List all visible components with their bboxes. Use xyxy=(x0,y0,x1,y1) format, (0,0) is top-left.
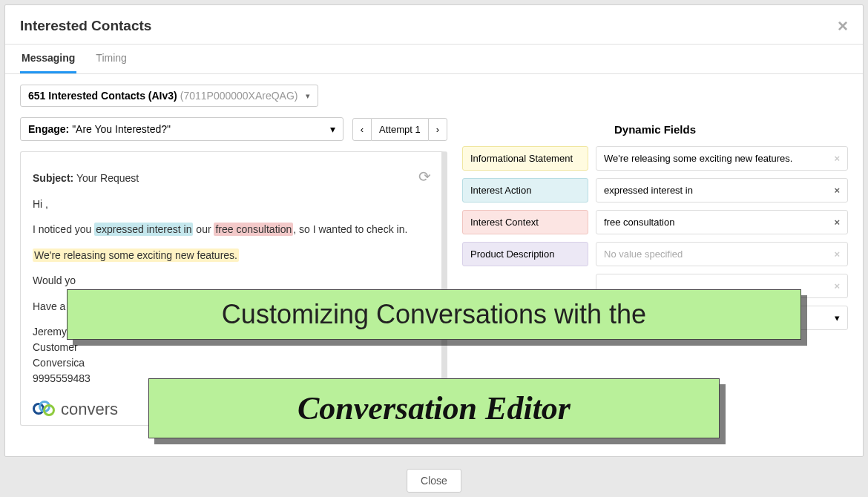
engage-value: "Are You Interested?" xyxy=(72,123,171,135)
email-line1: I noticed you expressed interest in our … xyxy=(33,220,430,240)
dynamic-tag: Product Description xyxy=(462,242,588,266)
overlay-title-1: Customizing Conversations with the xyxy=(67,289,801,340)
attempt-next-button[interactable]: › xyxy=(428,118,447,141)
overlay-title-2: Conversation Editor xyxy=(148,378,720,438)
email-line3: Would yo xyxy=(33,271,430,291)
engage-select[interactable]: Engage: "Are You Interested?" ▾ xyxy=(20,117,343,141)
campaign-id: (7011P000000XAreQAG) xyxy=(180,90,298,102)
logo-rings-icon xyxy=(33,401,56,417)
email-greeting: Hi , xyxy=(33,194,430,214)
dynamic-row: Interest Contextfree consultation× xyxy=(462,210,848,234)
dynamic-value: We're releasing some exciting new featur… xyxy=(604,153,792,164)
dynamic-input[interactable]: expressed interest in× xyxy=(596,178,848,203)
engage-row: Engage: "Are You Interested?" ▾ ‹ Attemp… xyxy=(20,117,447,141)
logo-text: convers xyxy=(61,394,118,425)
dynamic-value: expressed interest in xyxy=(604,185,693,196)
dynamic-input[interactable]: No value specified× xyxy=(596,242,848,266)
refresh-icon[interactable]: ⟳ xyxy=(418,162,431,191)
dynamic-input[interactable]: We're releasing some exciting new featur… xyxy=(596,146,848,171)
clear-icon[interactable]: × xyxy=(834,153,840,164)
chevron-down-icon: ▾ xyxy=(306,91,310,101)
email-line2: We're releasing some exciting new featur… xyxy=(33,246,430,266)
attempt-label: Attempt 1 xyxy=(372,118,428,141)
close-icon[interactable]: × xyxy=(838,16,848,36)
dynamic-row: Product DescriptionNo value specified× xyxy=(462,242,848,266)
dynamic-fields-list: Informational StatementWe're releasing s… xyxy=(462,146,848,266)
tab-messaging[interactable]: Messaging xyxy=(20,45,76,73)
dynamic-tag: Interest Context xyxy=(462,210,588,234)
campaign-select[interactable]: 651 Interested Contacts (AIv3) (7011P000… xyxy=(20,85,318,107)
dynamic-value: free consultation xyxy=(604,217,674,228)
close-button[interactable]: Close xyxy=(407,469,461,493)
dynamic-value: No value specified xyxy=(604,249,683,260)
engage-label: Engage: xyxy=(28,123,69,135)
dynamic-input[interactable]: free consultation× xyxy=(596,210,848,234)
subject-label: Subject: xyxy=(33,172,73,184)
dynamic-tag: Informational Statement xyxy=(462,146,588,171)
clear-icon[interactable]: × xyxy=(834,249,840,260)
sig-title: Customer xyxy=(33,340,430,355)
page-title: Interested Contacts xyxy=(20,18,151,34)
campaign-row: 651 Interested Contacts (AIv3) (7011P000… xyxy=(5,74,863,117)
subject-value: Your Request xyxy=(76,172,139,184)
sig-company: Conversica xyxy=(33,355,430,371)
highlight-interest-context: free consultation xyxy=(214,223,293,236)
tabs: Messaging Timing xyxy=(5,45,863,74)
clear-icon[interactable]: × xyxy=(834,280,840,292)
highlight-interest-action: expressed interest in xyxy=(94,223,193,236)
attempt-pager: ‹ Attempt 1 › xyxy=(352,118,447,141)
tab-timing[interactable]: Timing xyxy=(94,45,128,73)
dynamic-tag: Interest Action xyxy=(462,178,588,203)
highlight-info-statement: We're releasing some exciting new featur… xyxy=(33,249,239,262)
chevron-down-icon: ▾ xyxy=(835,312,840,323)
dynamic-row: Interest Actionexpressed interest in× xyxy=(462,178,848,203)
campaign-label: 651 Interested Contacts (AIv3) xyxy=(28,90,177,102)
dynamic-row: Informational StatementWe're releasing s… xyxy=(462,146,848,171)
clear-icon[interactable]: × xyxy=(834,217,840,228)
dynamic-fields-heading: Dynamic Fields xyxy=(462,117,848,146)
attempt-prev-button[interactable]: ‹ xyxy=(352,118,372,141)
chevron-down-icon: ▾ xyxy=(330,123,335,135)
modal-header: Interested Contacts × xyxy=(5,5,863,45)
clear-icon[interactable]: × xyxy=(834,185,840,196)
